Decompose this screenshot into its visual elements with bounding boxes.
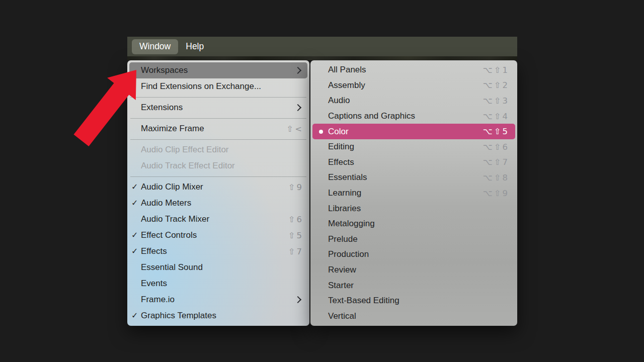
menu-item-label: Audio Clip Effect Editor (141, 145, 307, 155)
menu-item-label: Text-Based Editing (328, 296, 515, 306)
menu-item-text-based-editing[interactable]: Text-Based Editing (312, 293, 515, 309)
menubar-item-label: Help (186, 41, 204, 52)
menu-item-label: All Panels (328, 65, 483, 75)
menu-item-label: Audio (328, 96, 483, 106)
menubar-item-label: Window (139, 41, 171, 52)
menu-item-find-extensions-on-exchange[interactable]: Find Extensions on Exchange... (129, 78, 307, 95)
menu-item-vertical[interactable]: Vertical (312, 309, 515, 324)
menu-item-label: Vertical (328, 311, 515, 321)
menu-item-label: Assembly (328, 80, 483, 90)
menu-item-label: Captions and Graphics (328, 111, 483, 121)
menu-item-essential-sound[interactable]: Essential Sound (129, 259, 307, 276)
shortcut-label: ⌥⇧2 (483, 80, 515, 90)
menu-item-label: Effects (141, 246, 288, 256)
menu-item-label: Audio Track Mixer (141, 214, 288, 224)
shortcut-label: ⌥⇧4 (483, 112, 515, 121)
menu-separator (130, 116, 306, 121)
menu-item-production[interactable]: Production (312, 247, 515, 262)
menu-item-assembly[interactable]: Assembly⌥⇧2 (312, 78, 515, 94)
menu-item-audio[interactable]: Audio⌥⇧3 (312, 93, 515, 109)
shortcut-label: ⌥⇧7 (483, 157, 515, 167)
menu-item-label: Audio Meters (141, 198, 307, 208)
menu-item-maximize-frame[interactable]: Maximize Frame⇧< (129, 121, 307, 137)
menu-item-metalogging[interactable]: Metalogging (312, 216, 515, 232)
shortcut-label: ⌥⇧9 (483, 189, 515, 198)
workspaces-submenu-panel: All Panels⌥⇧1Assembly⌥⇧2Audio⌥⇧3Captions… (310, 60, 517, 326)
menu-item-label: Essential Sound (141, 262, 307, 273)
checkmark-icon: ✓ (130, 231, 141, 239)
menu-item-label: Production (328, 249, 515, 259)
menu-item-color[interactable]: Color⌥⇧5 (312, 124, 515, 139)
menu-item-label: Events (141, 279, 307, 289)
menu-item-label: Effect Controls (141, 230, 288, 240)
menu-item-label: Review (328, 265, 515, 275)
menu-item-libraries[interactable]: Libraries (312, 201, 515, 216)
menu-item-label: Prelude (328, 234, 515, 244)
menu-item-label: Audio Clip Mixer (141, 182, 288, 192)
desktop-background: WindowHelp WorkspacesFind Extensions on … (0, 0, 644, 362)
menu-item-essentials[interactable]: Essentials⌥⇧8 (312, 170, 515, 186)
shortcut-label: ⌥⇧1 (483, 65, 515, 75)
menu-item-effects[interactable]: Effects⌥⇧7 (312, 155, 515, 170)
shortcut-label: ⇧9 (288, 183, 307, 192)
menu-item-label: Essentials (328, 172, 483, 183)
menu-separator (130, 174, 306, 179)
menu-item-label: Effects (328, 157, 483, 167)
menu-item-audio-track-effect-editor: Audio Track Effect Editor (129, 158, 307, 174)
shortcut-label: ⇧6 (288, 215, 307, 224)
menubar-item-help[interactable]: Help (178, 39, 211, 54)
menu-item-effect-controls[interactable]: ✓Effect Controls⇧5 (129, 227, 307, 243)
menu-item-editing[interactable]: Editing⌥⇧6 (312, 139, 515, 155)
menu-item-audio-clip-effect-editor: Audio Clip Effect Editor (129, 142, 307, 158)
menu-item-review[interactable]: Review (312, 262, 515, 278)
menu-item-workspaces[interactable]: Workspaces (129, 62, 307, 78)
menu-bar: WindowHelp (127, 37, 517, 56)
menu-item-label: Find Extensions on Exchange... (141, 81, 307, 92)
checkmark-icon: ✓ (130, 247, 141, 255)
submenu-chevron-icon (294, 104, 301, 111)
bullet-dot (319, 130, 323, 134)
menu-item-label: Metalogging (328, 219, 515, 229)
menu-bar-items: WindowHelp (132, 39, 211, 54)
menu-separator (130, 137, 306, 142)
submenu-chevron-icon (294, 67, 301, 74)
menu-item-label: Workspaces (141, 65, 293, 75)
menu-item-audio-track-mixer[interactable]: Audio Track Mixer⇧6 (129, 211, 307, 227)
shortcut-label: ⌥⇧5 (483, 127, 515, 136)
menu-item-starter[interactable]: Starter (312, 278, 515, 293)
menu-item-captions-and-graphics[interactable]: Captions and Graphics⌥⇧4 (312, 109, 515, 124)
checkmark-icon: ✓ (130, 199, 141, 207)
menu-item-label: Graphics Templates (141, 311, 307, 321)
shortcut-label: ⇧< (286, 124, 307, 134)
app-content-blurred (127, 56, 517, 60)
menu-item-extensions[interactable]: Extensions (129, 100, 307, 116)
menu-item-all-panels[interactable]: All Panels⌥⇧1 (312, 62, 515, 78)
menu-item-events[interactable]: Events (129, 276, 307, 292)
menu-item-label: Audio Track Effect Editor (141, 161, 307, 171)
menu-item-audio-clip-mixer[interactable]: ✓Audio Clip Mixer⇧9 (129, 179, 307, 195)
menu-item-learning[interactable]: Learning⌥⇧9 (312, 186, 515, 201)
shortcut-label: ⌥⇧8 (483, 173, 515, 183)
menu-item-prelude[interactable]: Prelude (312, 232, 515, 247)
shortcut-label: ⇧7 (288, 247, 307, 256)
shortcut-label: ⇧5 (288, 231, 307, 240)
window-menu-panel: WorkspacesFind Extensions on Exchange...… (127, 60, 309, 326)
menu-item-graphics-templates[interactable]: ✓Graphics Templates (129, 308, 307, 324)
menu-item-label: Maximize Frame (141, 124, 286, 134)
menu-item-audio-meters[interactable]: ✓Audio Meters (129, 195, 307, 211)
menubar-item-window[interactable]: Window (132, 39, 178, 54)
shortcut-label: ⌥⇧3 (483, 96, 515, 106)
menu-item-label: Starter (328, 281, 515, 291)
checkmark-icon: ✓ (130, 183, 141, 191)
menu-item-frame-io[interactable]: Frame.io (129, 292, 307, 308)
menu-item-label: Frame.io (141, 295, 293, 305)
menu-item-label: Libraries (328, 204, 515, 214)
menu-item-label: Extensions (141, 103, 293, 113)
shortcut-label: ⌥⇧6 (483, 142, 515, 152)
menu-item-effects[interactable]: ✓Effects⇧7 (129, 243, 307, 259)
checkmark-icon: ✓ (130, 312, 141, 320)
menu-item-label: Learning (328, 188, 483, 198)
menu-separator (130, 95, 306, 100)
menu-item-label: Color (328, 127, 483, 137)
menu-item-label: Editing (328, 142, 483, 152)
